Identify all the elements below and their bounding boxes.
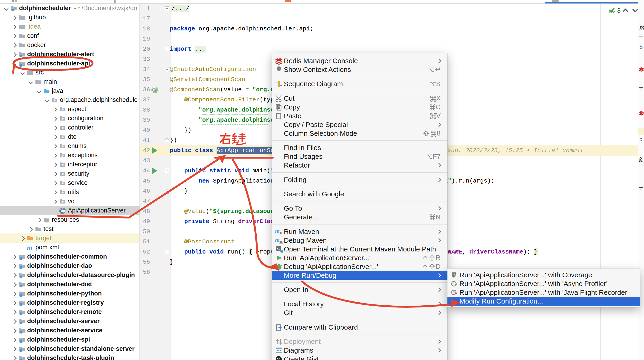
- svg-text:m: m: [275, 237, 280, 243]
- svg-text:3: 3: [617, 7, 621, 14]
- svg-text:m: m: [275, 228, 280, 234]
- svg-text:m: m: [27, 244, 32, 251]
- svg-text:m: m: [280, 248, 283, 253]
